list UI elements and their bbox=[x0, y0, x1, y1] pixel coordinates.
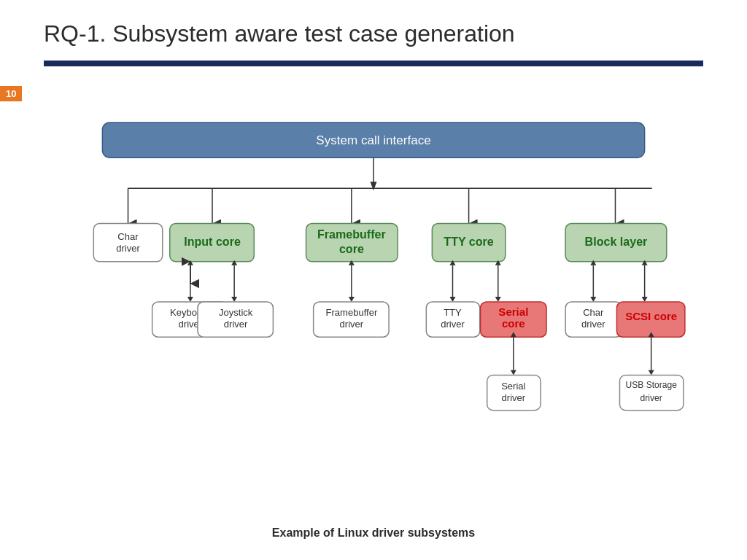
svg-text:driver: driver bbox=[441, 319, 465, 330]
svg-marker-28 bbox=[187, 297, 193, 302]
header-bar bbox=[44, 61, 703, 66]
system-call-label: System call interface bbox=[316, 133, 430, 147]
slide-number: 10 bbox=[0, 86, 22, 101]
svg-text:Char: Char bbox=[583, 307, 604, 318]
diagram-svg: System call interface bbox=[44, 95, 703, 502]
svg-text:Serial: Serial bbox=[498, 306, 528, 318]
svg-text:core: core bbox=[502, 317, 525, 330]
slide-title: RQ-1. Subsystem aware test case generati… bbox=[0, 0, 747, 61]
svg-text:TTY core: TTY core bbox=[444, 235, 494, 248]
svg-text:driver: driver bbox=[502, 392, 526, 403]
slide: RQ-1. Subsystem aware test case generati… bbox=[0, 0, 747, 560]
svg-text:core: core bbox=[339, 242, 364, 255]
svg-marker-49 bbox=[495, 297, 501, 302]
svg-text:Framebuffer: Framebuffer bbox=[317, 228, 386, 241]
svg-marker-75 bbox=[649, 370, 654, 375]
svg-text:driver: driver bbox=[224, 319, 248, 330]
svg-text:Framebuffer: Framebuffer bbox=[325, 307, 377, 318]
svg-text:SCSI core: SCSI core bbox=[625, 310, 677, 322]
svg-marker-58 bbox=[511, 370, 516, 375]
svg-text:driver: driver bbox=[116, 243, 140, 254]
svg-marker-40 bbox=[349, 297, 355, 302]
svg-text:Input core: Input core bbox=[184, 235, 241, 248]
svg-text:Block layer: Block layer bbox=[585, 235, 648, 248]
svg-marker-64 bbox=[590, 297, 596, 302]
svg-text:Char: Char bbox=[117, 231, 139, 242]
svg-text:driver: driver bbox=[640, 393, 662, 403]
svg-marker-31 bbox=[231, 297, 237, 302]
svg-text:driver: driver bbox=[340, 319, 364, 330]
svg-text:driver: driver bbox=[581, 319, 605, 330]
svg-marker-46 bbox=[449, 297, 455, 302]
svg-marker-67 bbox=[642, 297, 648, 302]
diagram-area: System call interface bbox=[44, 95, 703, 502]
svg-text:TTY: TTY bbox=[444, 307, 462, 318]
svg-text:USB Storage: USB Storage bbox=[626, 380, 678, 390]
svg-text:Serial: Serial bbox=[501, 381, 525, 392]
diagram-caption: Example of Linux driver subsystems bbox=[0, 526, 747, 540]
svg-text:Joystick: Joystick bbox=[219, 307, 253, 318]
